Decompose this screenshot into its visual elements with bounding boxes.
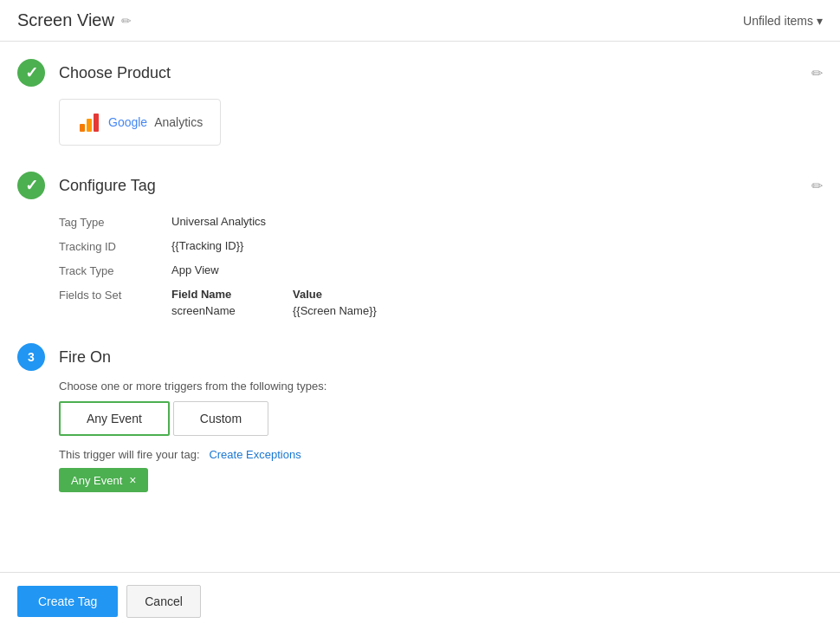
page-title-section: Screen View ✏ bbox=[17, 10, 132, 30]
section3-header-left: 3 Fire On bbox=[17, 343, 111, 371]
custom-trigger-button[interactable]: Custom bbox=[173, 401, 268, 436]
section3-header: 3 Fire On bbox=[17, 334, 823, 380]
field-value-cell: {{Screen Name}} bbox=[293, 304, 377, 317]
unfiled-label: Unfiled items bbox=[743, 14, 813, 28]
create-exceptions-link[interactable]: Create Exceptions bbox=[209, 448, 300, 461]
main-content: ✓ Choose Product ✏ Google bbox=[0, 42, 840, 572]
create-tag-button[interactable]: Create Tag bbox=[17, 586, 118, 617]
fire-on-description: Choose one or more triggers from the fol… bbox=[59, 380, 823, 393]
section-fire-on: 3 Fire On Choose one or more triggers fr… bbox=[17, 334, 823, 501]
tag-type-label: Tag Type bbox=[59, 215, 171, 229]
section-choose-product: ✓ Choose Product ✏ Google bbox=[17, 50, 823, 154]
step3-number: 3 bbox=[28, 350, 35, 364]
section2-body: Tag Type Universal Analytics Tracking ID… bbox=[17, 208, 823, 326]
fields-data-row: screenName {{Screen Name}} bbox=[171, 304, 823, 317]
step2-checkmark: ✓ bbox=[25, 176, 38, 195]
unfiled-items-button[interactable]: Unfiled items ▾ bbox=[743, 14, 823, 28]
section1-header-left: ✓ Choose Product bbox=[17, 59, 171, 87]
config-table: Tag Type Universal Analytics Tracking ID… bbox=[59, 215, 823, 317]
top-bar: Screen View ✏ Unfiled items ▾ bbox=[0, 0, 840, 42]
svg-rect-3 bbox=[94, 114, 99, 132]
section2-header: ✓ Configure Tag ✏ bbox=[17, 163, 823, 208]
section3-body: Choose one or more triggers from the fol… bbox=[17, 380, 823, 501]
page-container: Screen View ✏ Unfiled items ▾ ✓ Choose P… bbox=[0, 0, 840, 630]
step2-circle: ✓ bbox=[17, 172, 45, 199]
title-edit-icon[interactable]: ✏ bbox=[121, 14, 132, 28]
fires-label-text: This trigger will fire your tag: bbox=[59, 448, 200, 461]
any-event-chip[interactable]: Any Event × bbox=[59, 468, 148, 492]
trigger-buttons-group: Any Event Custom bbox=[59, 401, 823, 436]
section2-edit-icon[interactable]: ✏ bbox=[811, 178, 823, 194]
step1-circle: ✓ bbox=[17, 59, 45, 87]
ga-analytics-text: Analytics bbox=[154, 115, 203, 129]
value-header: Value bbox=[293, 288, 322, 301]
tracking-id-label: Tracking ID bbox=[59, 239, 171, 253]
svg-rect-2 bbox=[87, 119, 92, 132]
step1-checkmark: ✓ bbox=[25, 63, 38, 82]
tag-type-value: Universal Analytics bbox=[171, 215, 823, 229]
tracking-id-value: {{Tracking ID}} bbox=[171, 239, 823, 253]
track-type-value: App View bbox=[171, 263, 823, 277]
section1-body: Google Analytics bbox=[17, 95, 823, 154]
section2-header-left: ✓ Configure Tag bbox=[17, 172, 156, 199]
track-type-label: Track Type bbox=[59, 263, 171, 277]
section3-title: Fire On bbox=[59, 348, 111, 367]
footer: Create Tag Cancel bbox=[0, 572, 840, 630]
step3-circle: 3 bbox=[17, 343, 45, 371]
section1-header: ✓ Choose Product ✏ bbox=[17, 50, 823, 95]
ga-google-text: Google bbox=[108, 115, 147, 129]
chip-label: Any Event bbox=[71, 474, 122, 487]
trigger-chips-area: Any Event × bbox=[59, 468, 823, 492]
fields-table: Field Name Value screenName {{Screen Nam… bbox=[171, 288, 823, 317]
google-analytics-card: Google Analytics bbox=[59, 99, 221, 146]
chip-close-icon[interactable]: × bbox=[129, 473, 136, 487]
svg-rect-1 bbox=[80, 124, 85, 132]
cancel-button[interactable]: Cancel bbox=[126, 585, 201, 618]
chevron-down-icon: ▾ bbox=[817, 14, 823, 28]
fields-header-row: Field Name Value bbox=[171, 288, 823, 301]
page-title: Screen View bbox=[17, 10, 114, 30]
section1-edit-icon[interactable]: ✏ bbox=[811, 65, 823, 81]
fields-to-set-label: Fields to Set bbox=[59, 288, 171, 317]
any-event-trigger-button[interactable]: Any Event bbox=[59, 401, 170, 436]
section2-title: Configure Tag bbox=[59, 177, 156, 195]
section-configure-tag: ✓ Configure Tag ✏ Tag Type Universal Ana… bbox=[17, 163, 823, 326]
field-name-header: Field Name bbox=[171, 288, 258, 301]
ga-logo-icon bbox=[77, 110, 101, 134]
field-name-cell: screenName bbox=[171, 304, 258, 317]
fires-label: This trigger will fire your tag: Create … bbox=[59, 448, 823, 461]
section1-title: Choose Product bbox=[59, 64, 171, 82]
